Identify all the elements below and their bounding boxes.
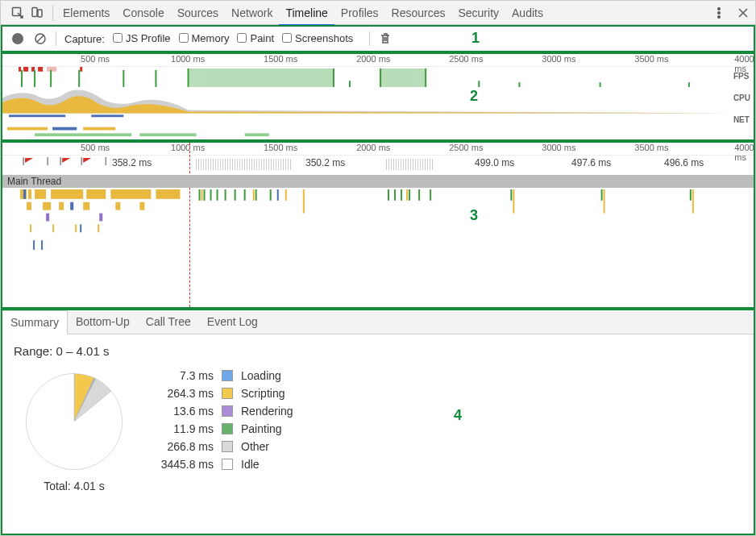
overview-ruler: 500 ms1000 ms1500 ms2000 ms2500 ms3000 m…: [2, 54, 754, 67]
legend-ms: 13.6 ms: [154, 405, 214, 418]
ruler-tick: 500 ms: [81, 143, 110, 152]
device-icon[interactable]: [30, 6, 44, 20]
subtab-summary[interactable]: Summary: [2, 310, 68, 334]
overview-lane-labels: FPS CPU NET: [733, 72, 750, 124]
devtools-tabbar: ElementsConsoleSourcesNetworkTimelinePro…: [1, 1, 755, 25]
main-thread-header[interactable]: Main Thread: [2, 175, 754, 188]
capture-js[interactable]: JS Profile: [113, 32, 171, 44]
svg-rect-68: [46, 214, 49, 222]
frame-duration: 499.0 ms: [475, 157, 514, 168]
svg-rect-48: [35, 189, 46, 199]
svg-rect-7: [19, 67, 21, 72]
tab-elements[interactable]: Elements: [56, 2, 116, 24]
svg-rect-65: [33, 240, 35, 250]
svg-rect-57: [115, 202, 120, 210]
svg-rect-55: [59, 202, 64, 210]
svg-rect-63: [23, 189, 26, 199]
ruler-tick: 1500 ms: [264, 143, 297, 152]
svg-rect-69: [99, 214, 102, 222]
svg-rect-94: [604, 189, 605, 214]
subtab-bottom-up[interactable]: Bottom-Up: [68, 310, 138, 334]
legend-ms: 264.3 ms: [154, 387, 214, 400]
tab-timeline[interactable]: Timeline: [279, 2, 334, 26]
timeline-flamechart[interactable]: 3 500 ms1000 ms1500 ms2000 ms2500 ms3000…: [1, 141, 755, 309]
legend-ms: 266.8 ms: [154, 440, 214, 453]
svg-rect-14: [380, 69, 426, 87]
tab-security[interactable]: Security: [451, 2, 505, 24]
svg-rect-95: [692, 189, 694, 214]
inspect-icon[interactable]: [10, 6, 25, 20]
timeline-details: SummaryBottom-UpCall TreeEvent Log 4 Ran…: [1, 309, 755, 535]
tab-resources[interactable]: Resources: [385, 2, 452, 24]
legend-name: Scripting: [241, 387, 293, 400]
legend-name: Painting: [241, 422, 293, 435]
svg-rect-59: [30, 224, 31, 232]
frame-duration: 497.6 ms: [571, 157, 611, 168]
svg-point-4: [718, 11, 721, 14]
svg-rect-89: [253, 189, 255, 201]
legend-name: Rendering: [241, 405, 293, 418]
summary-legend: 7.3 msLoading264.3 msScripting13.6 msRen…: [154, 369, 293, 471]
ruler-tick: 2500 ms: [449, 143, 483, 152]
svg-rect-47: [28, 189, 31, 199]
svg-rect-54: [43, 202, 51, 210]
legend-swatch: [222, 459, 233, 470]
subtab-call-tree[interactable]: Call Tree: [138, 310, 199, 334]
svg-rect-96: [277, 189, 279, 201]
ruler-tick: 3000 ms: [542, 143, 575, 152]
ruler-tick: 500 ms: [81, 54, 110, 64]
trash-icon[interactable]: [378, 31, 393, 46]
capture-paint[interactable]: Paint: [237, 32, 274, 44]
svg-rect-1: [32, 7, 37, 16]
svg-rect-64: [70, 202, 73, 210]
svg-rect-67: [80, 224, 81, 232]
svg-rect-50: [86, 189, 106, 199]
kebab-menu-icon[interactable]: [712, 6, 726, 20]
ruler-tick: 2000 ms: [356, 143, 390, 152]
svg-rect-10: [38, 67, 43, 72]
svg-rect-52: [156, 189, 180, 199]
svg-rect-13: [189, 69, 334, 87]
frame-duration: 358.2 ms: [112, 157, 152, 168]
subtab-event-log[interactable]: Event Log: [199, 310, 266, 334]
legend-ms: 11.9 ms: [154, 422, 214, 435]
timeline-controls: 1 Capture: JS ProfileMemoryPaintScreensh…: [1, 25, 755, 52]
svg-rect-32: [7, 127, 48, 131]
legend-ms: 7.3 ms: [154, 369, 214, 382]
capture-mem[interactable]: Memory: [179, 32, 230, 44]
tab-audits[interactable]: Audits: [505, 2, 550, 24]
ruler-tick: 4000 ms: [734, 54, 754, 73]
ruler-tick: 3500 ms: [634, 54, 668, 64]
svg-rect-2: [38, 10, 42, 17]
svg-rect-61: [75, 224, 77, 232]
svg-rect-37: [245, 133, 269, 136]
svg-point-5: [718, 15, 721, 18]
legend-swatch: [222, 441, 233, 452]
legend-name: Idle: [241, 458, 293, 471]
svg-rect-92: [406, 189, 408, 201]
legend-name: Other: [241, 440, 293, 453]
record-button[interactable]: [10, 31, 25, 46]
legend-swatch: [222, 423, 233, 434]
svg-rect-33: [52, 127, 77, 131]
svg-rect-91: [303, 189, 305, 214]
summary-total: Total: 4.01 s: [14, 480, 135, 492]
svg-rect-34: [83, 127, 115, 131]
capture-ss[interactable]: Screenshots: [282, 32, 353, 44]
svg-rect-60: [52, 224, 54, 232]
frame-durations: 358.2 ms350.2 ms499.0 ms497.6 ms496.6 ms: [2, 157, 754, 170]
timeline-overview[interactable]: 2 500 ms1000 ms1500 ms2000 ms2500 ms3000…: [1, 52, 755, 141]
tab-profiles[interactable]: Profiles: [334, 2, 385, 24]
tab-console[interactable]: Console: [116, 2, 170, 24]
legend-swatch: [222, 405, 233, 417]
clear-icon[interactable]: [33, 31, 48, 46]
capture-label: Capture:: [64, 33, 105, 45]
annotation-1: 1: [471, 30, 480, 47]
tab-sources[interactable]: Sources: [171, 2, 225, 24]
ruler-tick: 1500 ms: [264, 54, 297, 64]
svg-rect-12: [80, 67, 82, 72]
tab-network[interactable]: Network: [225, 2, 279, 24]
close-icon[interactable]: [736, 6, 750, 20]
svg-rect-30: [9, 114, 65, 117]
legend-name: Loading: [241, 369, 293, 382]
